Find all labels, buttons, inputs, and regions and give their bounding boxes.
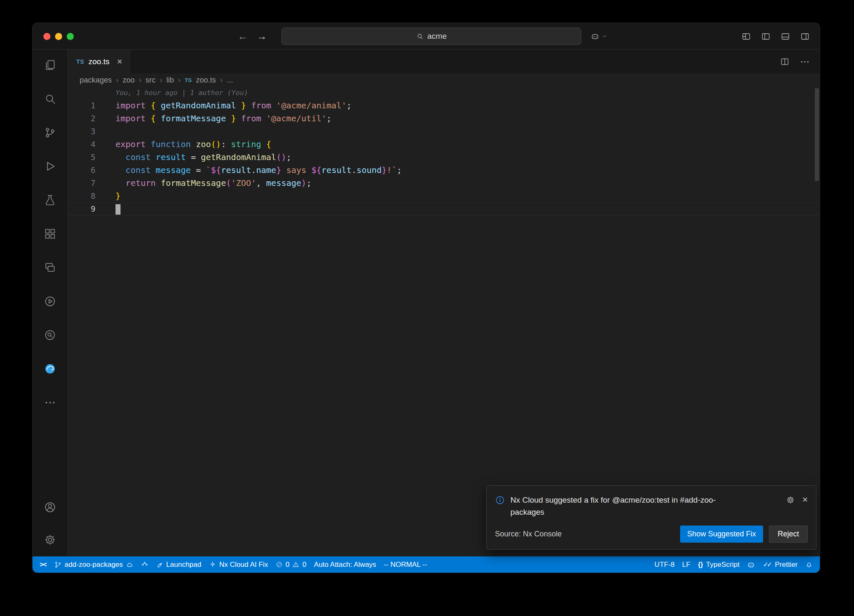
remote-icon: >< [40,561,47,568]
notifications-status[interactable] [801,556,816,573]
breadcrumb-file[interactable]: zoo.ts [196,76,216,85]
line-number: 9 [68,203,95,215]
error-icon [276,561,283,568]
commit-graph-status[interactable] [137,556,152,573]
problems-status[interactable]: 0 0 [272,556,310,573]
toggle-secondary-sidebar-icon[interactable] [800,32,810,41]
code-line-7[interactable]: 7 return formatMessage('ZOO', message); [68,177,820,190]
code-text: const result = getRandomAnimal(); [95,151,291,164]
minimize-window-button[interactable] [55,33,62,40]
copilot-status[interactable] [743,556,759,573]
code-line-5[interactable]: 5 const result = getRandomAnimal(); [68,151,820,164]
code-text: export function zoo(): string { [95,138,271,151]
editor-group: TS zoo.ts × ⋯ packages › zoo › src › [68,50,820,556]
chevron-right-icon: › [160,76,162,85]
command-center-search[interactable]: acme [281,28,581,45]
git-branch-status[interactable]: add-zoo-packages [50,556,137,573]
code-text: import { getRandomAnimal } from '@acme/a… [95,99,352,112]
code-text [95,125,116,138]
breadcrumb-item[interactable]: src [146,76,156,85]
chevron-right-icon: › [139,76,141,85]
breadcrumb-item[interactable]: lib [166,76,174,85]
sparkle-icon [209,561,216,568]
encoding-status[interactable]: UTF-8 [651,556,678,573]
remote-explorer-icon[interactable] [40,258,60,278]
copilot-menu[interactable] [590,23,608,50]
code-line-6[interactable]: 6 const message = `${result.name} says $… [68,164,820,177]
code-line-9[interactable]: 9 [68,203,820,215]
notification-footer: Source: Nx Console Show Suggested Fix Re… [495,526,808,543]
split-editor-icon[interactable] [780,57,789,66]
typescript-file-icon: TS [185,77,192,83]
code-line-2[interactable]: 2import { formatMessage } from '@acme/ut… [68,112,820,125]
search-circle-icon[interactable] [40,325,60,345]
error-count: 0 [286,561,289,569]
toggle-panel-icon[interactable] [781,32,790,41]
code-line-4[interactable]: 4export function zoo(): string { [68,138,820,151]
forward-icon[interactable]: → [257,30,267,42]
search-view-icon[interactable] [40,89,60,109]
double-check-icon: ✓✓ [763,561,771,568]
run-debug-icon[interactable] [40,156,60,176]
typescript-file-icon: TS [76,58,84,65]
auto-attach-label: Auto Attach: Always [314,561,376,569]
show-suggested-fix-button[interactable]: Show Suggested Fix [680,526,763,543]
more-views-icon[interactable] [40,393,60,413]
source-control-icon[interactable] [40,123,60,143]
traffic-lights [43,33,74,40]
accounts-icon[interactable] [40,497,60,517]
eol-status[interactable]: LF [678,556,694,573]
layout-controls [741,23,810,50]
vim-mode-status[interactable]: -- NORMAL -- [380,556,431,573]
notification-actions: × [786,494,808,504]
code-line-1[interactable]: 1import { getRandomAnimal } from '@acme/… [68,99,820,112]
settings-gear-icon[interactable] [40,530,60,550]
code-line-3[interactable]: 3 [68,125,820,138]
testing-icon[interactable] [40,190,60,210]
branch-icon [54,561,62,568]
explorer-icon[interactable] [40,55,60,75]
line-number: 3 [68,125,95,138]
copilot-icon [747,561,755,569]
encoding-label: UTF-8 [655,561,675,569]
formatter-status[interactable]: ✓✓ Prettier [759,556,801,573]
scrollbar-thumb[interactable] [815,88,819,181]
vscode-window: ← → acme [33,23,820,573]
close-window-button[interactable] [43,33,50,40]
notification-close-icon[interactable]: × [802,495,808,504]
maximize-window-button[interactable] [67,33,74,40]
reject-button[interactable]: Reject [769,526,808,543]
extensions-icon[interactable] [40,224,60,244]
chevron-right-icon: › [220,76,223,85]
copilot-icon [590,32,600,41]
back-icon[interactable]: ← [238,30,248,42]
customize-layout-icon[interactable] [741,32,751,41]
more-actions-icon[interactable]: ⋯ [800,56,810,67]
language-mode-status[interactable]: {} TypeScript [694,556,743,573]
nx-cloud-ai-fix-status[interactable]: Nx Cloud AI Fix [205,556,272,573]
breadcrumb-more[interactable]: ... [227,76,233,85]
activity-bar [33,50,68,556]
close-tab-icon[interactable]: × [117,57,123,66]
toggle-primary-sidebar-icon[interactable] [761,32,771,41]
play-circle-icon[interactable] [40,291,60,311]
code-text [95,203,121,215]
tab-zoo-ts[interactable]: TS zoo.ts × [68,50,130,73]
remote-indicator[interactable]: >< [36,556,50,573]
line-number: 1 [68,99,95,112]
edge-browser-icon[interactable] [40,359,60,379]
search-icon [416,33,424,40]
launchpad-status[interactable]: Launchpad [152,556,205,573]
vim-mode-label: -- NORMAL -- [384,561,427,569]
notification-settings-gear-icon[interactable] [786,496,795,504]
breadcrumb-item[interactable]: packages [80,76,112,85]
workbench-body: TS zoo.ts × ⋯ packages › zoo › src › [33,50,820,556]
line-number: 8 [68,190,95,203]
code-line-8[interactable]: 8} [68,190,820,203]
status-right: UTF-8 LF {} TypeScript ✓✓ Prettier [651,556,816,573]
breadcrumb-item[interactable]: zoo [123,76,135,85]
line-number: 5 [68,151,95,164]
notification-toast: Nx Cloud suggested a fix for @acme/zoo:t… [486,485,816,550]
breadcrumb: packages › zoo › src › lib › TS zoo.ts ›… [68,73,820,87]
auto-attach-status[interactable]: Auto Attach: Always [310,556,380,573]
